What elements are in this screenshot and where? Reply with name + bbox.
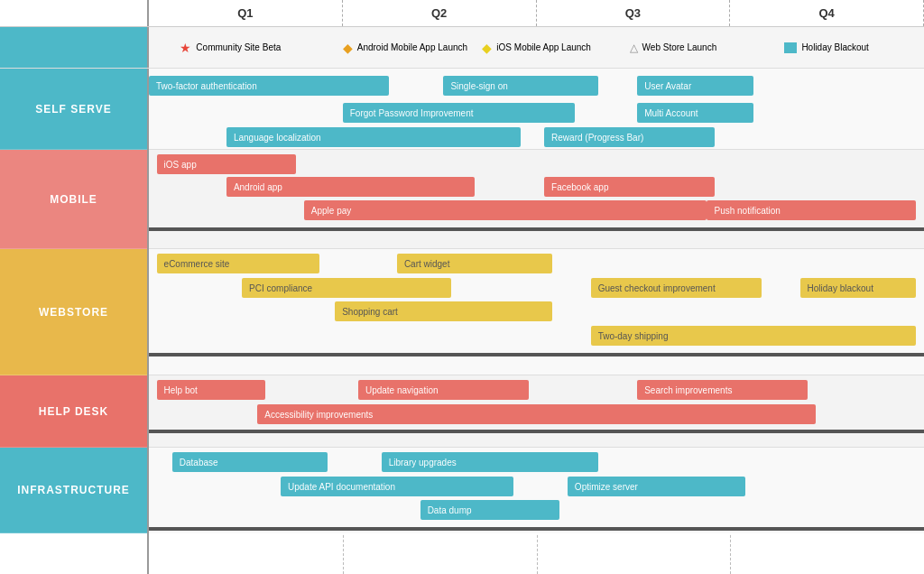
milestone-label: Community Site Beta bbox=[196, 42, 281, 52]
section-dark-band bbox=[149, 227, 924, 231]
gantt-bar: Two-day shipping bbox=[591, 326, 917, 346]
section-label-self-serve: SELF SERVE bbox=[0, 69, 147, 150]
section-dark-band bbox=[149, 430, 924, 433]
quarter-header-q2: Q2 bbox=[343, 0, 537, 26]
gantt-bar: Facebook app bbox=[544, 177, 715, 197]
gantt-bar: Language localization bbox=[226, 127, 521, 147]
chart-area: Two-factor authenticationSingle-sign onU… bbox=[149, 69, 924, 574]
gantt-bar: Update API documentation bbox=[281, 477, 513, 496]
quarter-header-q1: Q1 bbox=[149, 0, 343, 26]
milestone-label: Web Store Launch bbox=[642, 42, 717, 52]
section-chart-help-desk: Help botUpdate navigationSearch improvem… bbox=[149, 375, 924, 448]
gantt-bar: Accessibility improvements bbox=[257, 404, 815, 424]
milestone-label: Android Mobile App Launch bbox=[357, 42, 467, 52]
milestone-item-4: Holiday Blackout bbox=[784, 42, 868, 53]
gantt-bar: Single-sign on bbox=[443, 76, 598, 96]
rect-icon bbox=[784, 42, 797, 53]
sections-col: SELF SERVEMOBILEWEBSTOREHELP DESKINFRAST… bbox=[0, 69, 149, 574]
milestone-item-3: △Web Store Launch bbox=[630, 42, 717, 54]
gantt-bar: PCI compliance bbox=[242, 278, 451, 298]
label-spacer bbox=[0, 0, 149, 26]
star-icon: ★ bbox=[180, 41, 191, 55]
section-chart-self-serve: Two-factor authenticationSingle-sign onU… bbox=[149, 69, 924, 150]
triangle-icon: △ bbox=[630, 42, 638, 54]
gantt-bar: Guest checkout improvement bbox=[591, 278, 762, 298]
milestone-label: Holiday Blackout bbox=[801, 42, 868, 52]
milestones-row: ★Community Site Beta◆Android Mobile App … bbox=[0, 27, 924, 69]
gantt-bar: Library upgrades bbox=[382, 452, 599, 472]
milestones-label bbox=[0, 27, 149, 68]
section-dark-band bbox=[149, 353, 924, 356]
gantt-bar: Two-factor authentication bbox=[149, 76, 389, 96]
diamond-yellow-icon: ◆ bbox=[482, 41, 492, 55]
body-area: SELF SERVEMOBILEWEBSTOREHELP DESKINFRAST… bbox=[0, 69, 924, 574]
gantt-bar: Forgot Password Improvement bbox=[343, 103, 576, 123]
section-label-help-desk: HELP DESK bbox=[0, 375, 147, 448]
gantt-bar: Cart widget bbox=[397, 254, 552, 273]
gantt-bar: Update navigation bbox=[358, 380, 529, 400]
section-chart-webstore: eCommerce siteCart widgetPCI complianceG… bbox=[149, 249, 924, 375]
section-chart-infrastructure: DatabaseLibrary upgradesUpdate API docum… bbox=[149, 448, 924, 533]
section-label-infrastructure: INFRASTRUCTURE bbox=[0, 448, 147, 533]
milestone-item-0: ★Community Site Beta bbox=[180, 41, 281, 55]
gantt-bar: Search improvements bbox=[637, 380, 808, 400]
milestone-label: iOS Mobile App Launch bbox=[496, 42, 591, 52]
gantt-bar: Data dump bbox=[420, 500, 560, 520]
gantt-chart: Q1Q2Q3Q4 ★Community Site Beta◆Android Mo… bbox=[0, 0, 924, 574]
gantt-bar: Help bot bbox=[157, 380, 265, 400]
gantt-bar: Apple pay bbox=[304, 200, 707, 220]
section-label-webstore: WEBSTORE bbox=[0, 249, 147, 375]
quarter-header-q3: Q3 bbox=[537, 0, 731, 26]
quarters-header: Q1Q2Q3Q4 bbox=[149, 0, 924, 26]
gantt-bar: Database bbox=[172, 452, 328, 472]
gantt-bar: Holiday blackout bbox=[800, 278, 917, 298]
section-chart-mobile: iOS appAndroid appFacebook appApple payP… bbox=[149, 150, 924, 249]
milestone-item-1: ◆Android Mobile App Launch bbox=[343, 41, 467, 55]
section-label-mobile: MOBILE bbox=[0, 150, 147, 249]
gantt-bar: Multi Account bbox=[637, 103, 753, 123]
gantt-bar: Shopping cart bbox=[335, 301, 552, 321]
gantt-bar: User Avatar bbox=[637, 76, 753, 96]
gantt-bar: Optimize server bbox=[568, 477, 746, 496]
milestone-item-2: ◆iOS Mobile App Launch bbox=[482, 41, 591, 55]
gantt-bar: Android app bbox=[226, 177, 475, 197]
header-row: Q1Q2Q3Q4 bbox=[0, 0, 924, 27]
quarter-header-q4: Q4 bbox=[730, 0, 924, 26]
gantt-bar: Push notification bbox=[707, 200, 916, 220]
diamond-orange-icon: ◆ bbox=[343, 41, 353, 55]
gantt-bar: Reward (Progress Bar) bbox=[544, 127, 715, 147]
section-dark-band bbox=[149, 527, 924, 531]
gantt-bar: iOS app bbox=[157, 154, 297, 174]
gantt-bar: eCommerce site bbox=[157, 254, 319, 273]
